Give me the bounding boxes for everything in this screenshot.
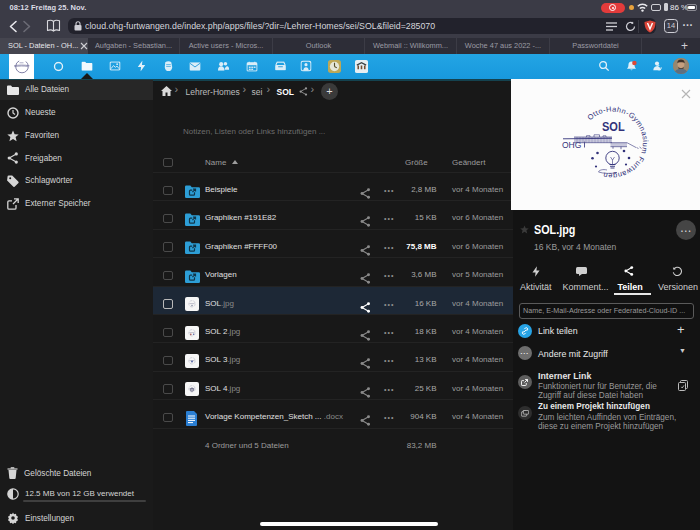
svg-text:Furtwangen: Furtwangen — [602, 155, 646, 180]
svg-text:SOL: SOL — [602, 119, 625, 134]
